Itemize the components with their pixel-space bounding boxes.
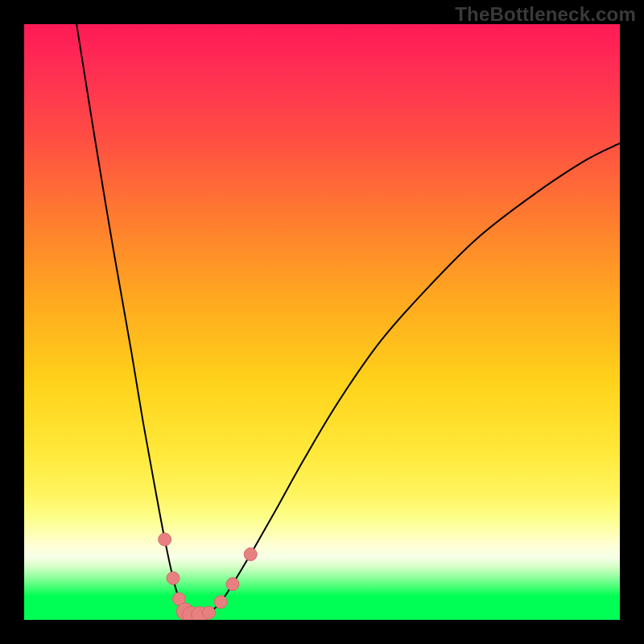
curve-marker — [167, 572, 180, 584]
curve-marker — [226, 578, 239, 591]
curve-marker — [214, 596, 227, 609]
chart-frame: TheBottleneck.com — [0, 0, 644, 644]
plot-area — [24, 24, 620, 620]
marker-group — [159, 533, 258, 620]
curve-marker — [176, 603, 193, 620]
curve-marker — [244, 548, 257, 561]
curve-marker — [183, 606, 200, 620]
curve-layer — [24, 24, 620, 620]
curve-marker — [172, 592, 185, 605]
watermark-label: TheBottleneck.com — [455, 3, 636, 26]
curve-marker — [159, 533, 171, 546]
curve-marker — [202, 606, 215, 619]
bottleneck-curve-path — [76, 24, 620, 616]
curve-marker — [192, 606, 208, 620]
